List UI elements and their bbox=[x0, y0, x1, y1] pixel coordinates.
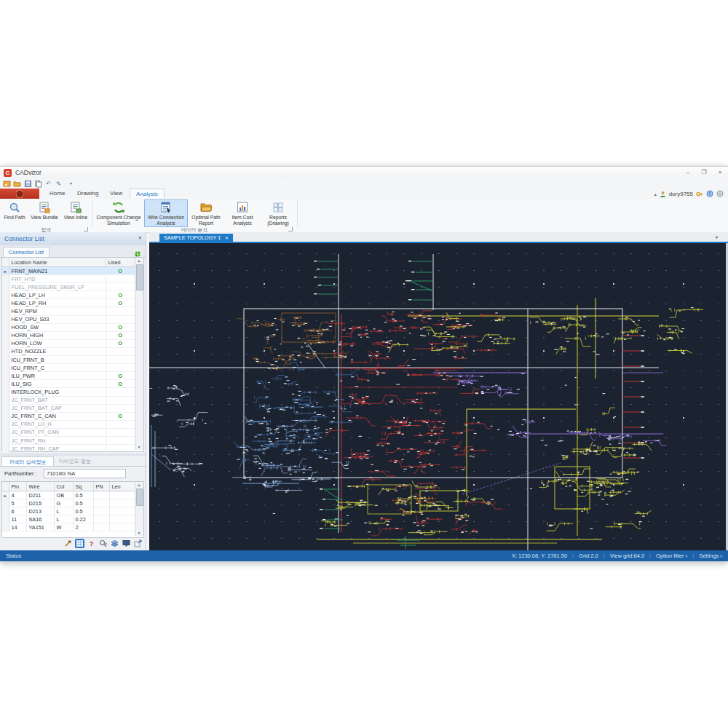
tabstrip-menu-icon[interactable]: ▾ bbox=[716, 234, 718, 240]
table-row[interactable]: HOOD_SWO bbox=[2, 323, 135, 331]
external-link-icon[interactable] bbox=[133, 539, 143, 548]
quickbar-more-caret-icon[interactable]: ▾ bbox=[67, 180, 75, 188]
item-cost-analysis-button[interactable]: Item Cost Analysis bbox=[226, 200, 259, 226]
scroll-thumb[interactable] bbox=[136, 264, 143, 290]
option-filter-dropdown[interactable]: Option filter▾ bbox=[656, 553, 687, 559]
table-row[interactable]: ILU_SIGO bbox=[2, 380, 135, 388]
ribbon-group-label-analysis: 데이터 분석 bbox=[93, 226, 296, 232]
column-header-pin[interactable]: Pin bbox=[9, 482, 26, 491]
tab-home[interactable]: Home bbox=[44, 189, 71, 198]
zoom-select-icon[interactable] bbox=[98, 539, 108, 548]
column-header-wire[interactable]: Wire bbox=[26, 482, 54, 491]
globe-gray-icon[interactable] bbox=[716, 190, 724, 197]
table-row[interactable]: JC_FRNT_BAT bbox=[2, 396, 135, 404]
table-row[interactable]: HEV_RPM bbox=[2, 307, 135, 315]
settings-dropdown[interactable]: Settings▾ bbox=[699, 553, 722, 559]
document-tabstrip: SAMPLE TOPOLOGY 1 × ▾ bbox=[149, 232, 728, 243]
pin-scrollbar[interactable]: ▲ ▼ bbox=[135, 482, 143, 536]
table-row[interactable]: JC_FRNT_RH bbox=[2, 436, 135, 444]
scroll-up-icon[interactable]: ▲ bbox=[135, 483, 143, 487]
table-row[interactable]: FRT_HTD bbox=[2, 275, 135, 283]
scroll-down-icon[interactable]: ▼ bbox=[135, 445, 143, 449]
datasheet-icon[interactable] bbox=[75, 539, 84, 548]
column-header-len[interactable]: Len bbox=[109, 482, 135, 491]
open-folder-icon[interactable] bbox=[13, 180, 21, 188]
key-icon[interactable] bbox=[696, 191, 703, 197]
monitor-icon[interactable] bbox=[122, 539, 131, 548]
tab-connector-detail[interactable]: 커넥터 상세정보 bbox=[1, 456, 54, 467]
table-row[interactable]: HEAD_LP_LHO bbox=[2, 291, 135, 299]
edit-pen-icon[interactable]: ✎ bbox=[55, 180, 63, 188]
column-header-location-name[interactable]: Location Name bbox=[9, 258, 106, 267]
tools-icon[interactable] bbox=[63, 539, 73, 548]
view-inline-button[interactable]: View Inline bbox=[61, 200, 90, 226]
scroll-down-icon[interactable]: ▼ bbox=[135, 531, 143, 535]
table-row[interactable]: 11SA16L0.22 bbox=[2, 515, 135, 523]
group-dialog-launcher-icon[interactable] bbox=[288, 227, 293, 232]
connector-list-tab[interactable]: Connector List bbox=[3, 247, 50, 258]
view-bundle-button[interactable]: View Bundle bbox=[29, 200, 60, 226]
status-separator: | bbox=[692, 553, 694, 559]
scroll-up-icon[interactable]: ▲ bbox=[135, 258, 143, 263]
app-menu-button[interactable] bbox=[0, 189, 39, 199]
save-icon[interactable] bbox=[24, 180, 32, 188]
optimal-path-report-button[interactable]: Optimal Path Report bbox=[188, 200, 224, 226]
table-row[interactable]: HEV_OPU_S03 bbox=[2, 315, 135, 323]
view-grid-value[interactable]: View grid:64.0 bbox=[610, 553, 644, 559]
table-row[interactable]: HORN_HIGHO bbox=[2, 331, 135, 339]
column-header-sq[interactable]: Sq bbox=[73, 482, 93, 491]
part-number-field[interactable]: 71018G NA bbox=[44, 469, 126, 478]
grid-value[interactable]: Grid:2.0 bbox=[579, 553, 598, 559]
ribbon-collapse-icon[interactable]: ▴ bbox=[654, 191, 657, 197]
table-row[interactable]: ▸FRNT_MAIN21O bbox=[2, 267, 135, 275]
globe-blue-icon[interactable] bbox=[706, 190, 713, 197]
table-row[interactable]: HTD_NOZZLE bbox=[2, 347, 135, 355]
connector-scrollbar[interactable]: ▲ ▼ bbox=[135, 258, 143, 450]
tab-analysis[interactable]: Analysis bbox=[130, 189, 165, 198]
table-row[interactable]: ILU_PWRO bbox=[2, 372, 135, 380]
component-change-simulation-button[interactable]: Component Change Simulation bbox=[95, 200, 143, 226]
table-row[interactable]: JC_FRNT_C_CANO bbox=[2, 412, 135, 420]
group-dialog-launcher-icon[interactable] bbox=[84, 227, 88, 232]
minimize-button[interactable]: – bbox=[680, 167, 696, 178]
document-tab-close-icon[interactable]: × bbox=[225, 234, 228, 242]
table-row[interactable]: 5D215G0.5 bbox=[2, 499, 135, 507]
optimal-path-report-icon bbox=[188, 200, 224, 215]
table-row[interactable]: ▸4D211OB0.5 bbox=[2, 491, 135, 499]
topology-canvas[interactable] bbox=[149, 243, 728, 550]
tab-view[interactable]: View bbox=[104, 189, 128, 198]
tab-drawing[interactable]: Drawing bbox=[71, 189, 104, 198]
column-header-used[interactable]: Used bbox=[106, 258, 135, 267]
close-button[interactable]: × bbox=[712, 167, 728, 178]
table-row[interactable]: JC_FRNT_LH_H bbox=[2, 420, 135, 428]
restore-button[interactable]: ❐ bbox=[696, 167, 712, 178]
column-header-pn[interactable]: PN bbox=[93, 482, 109, 491]
table-row[interactable]: HORN_LOWO bbox=[2, 339, 135, 347]
table-row[interactable]: HEAD_LP_RHO bbox=[2, 299, 135, 307]
view-inline-icon bbox=[61, 200, 90, 215]
find-path-button[interactable]: Find Path bbox=[1, 200, 28, 226]
wire-connection-analysis-button[interactable]: Wire Connection Analysis bbox=[144, 199, 188, 227]
undo-icon[interactable]: ↶ bbox=[44, 180, 52, 188]
table-row[interactable]: JC_FRNT_BAT_CAP bbox=[2, 404, 135, 412]
table-row[interactable]: ICU_FRNT_B bbox=[2, 356, 135, 364]
table-row[interactable]: JC_FRNT_RH_CAP bbox=[2, 445, 135, 453]
table-row[interactable]: INTERLOCK_PLUG bbox=[2, 388, 135, 396]
reports-drawing-button[interactable]: Reports (Drawing) bbox=[261, 200, 296, 226]
help-icon[interactable]: ? bbox=[87, 539, 96, 548]
table-row[interactable]: JC_FRNT_PT_CAN bbox=[2, 428, 135, 436]
table-row[interactable]: FUEL_PRESSURE_SNSR_LP bbox=[2, 283, 135, 291]
document-tab[interactable]: SAMPLE TOPOLOGY 1 × bbox=[159, 234, 233, 242]
panel-menu-caret-icon[interactable]: ▾ bbox=[138, 235, 141, 241]
table-row[interactable]: 14YA151W2 bbox=[2, 523, 135, 531]
window-title: CADvizor bbox=[15, 169, 41, 176]
status-text: Status bbox=[6, 553, 21, 559]
column-header-col[interactable]: Col bbox=[54, 482, 73, 491]
tab-diode-info[interactable]: 다이오드 정보 bbox=[54, 456, 96, 466]
open-image-icon[interactable] bbox=[3, 180, 11, 188]
table-row[interactable]: 6D213L0.5 bbox=[2, 507, 135, 515]
scroll-thumb[interactable] bbox=[136, 488, 143, 506]
table-row[interactable]: ICU_FRNT_C bbox=[2, 364, 135, 372]
layers-icon[interactable] bbox=[110, 539, 119, 548]
copy-icon[interactable] bbox=[34, 180, 42, 188]
